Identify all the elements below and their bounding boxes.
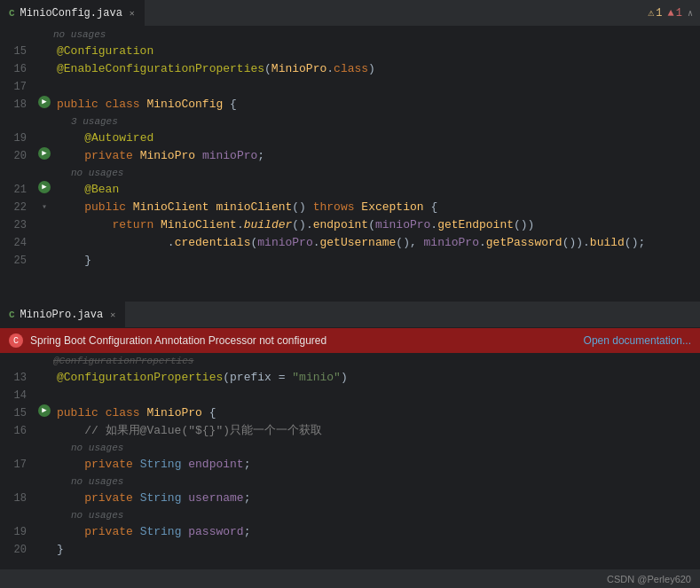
tab-miniopro[interactable]: C MinioPro.java ✕ xyxy=(0,302,125,328)
annotation-3-usages: 3 usages xyxy=(0,114,700,129)
annotation-no-usages-5: no usages xyxy=(0,507,700,523)
code-line-25: 25 } xyxy=(0,252,700,270)
gutter-icon-20[interactable]: ▶ xyxy=(38,147,51,160)
line-content-16: @EnableConfigurationProperties(MinioPro.… xyxy=(53,60,700,78)
tab-minioconfig[interactable]: C MinioConfig.java ✕ xyxy=(0,0,145,27)
line-num-16: 16 xyxy=(0,60,35,78)
line-content-20: private MinioPro minioPro; xyxy=(53,147,700,165)
notification-banner: C Spring Boot Configuration Annotation P… xyxy=(0,328,700,353)
line-num-15: 15 xyxy=(0,43,35,60)
code-line-f2-18: 18 private String username; xyxy=(0,490,700,507)
code-line-18: 18 ▶ public class MinioConfig { xyxy=(0,96,700,114)
line-content-24: .credentials(minioPro.getUsername(), min… xyxy=(53,234,700,252)
status-bar: CSDN @Perley620 xyxy=(0,568,700,588)
line-content-f2-15: public class MinioPro { xyxy=(53,404,700,422)
code-line-24: 24 .credentials(minioPro.getUsername(), … xyxy=(0,234,700,252)
line-content-22: public MinioClient minioClient() throws … xyxy=(53,199,700,216)
code-line-15: 15 @Configuration xyxy=(0,43,700,60)
code-line-f2-17: 17 private String endpoint; xyxy=(0,456,700,474)
line-num-f2-14: 14 xyxy=(0,387,35,404)
line-content-25: } xyxy=(53,252,700,270)
code-line-16: 16 @EnableConfigurationProperties(MinioP… xyxy=(0,60,700,78)
line-content-23: return MinioClient.builder().endpoint(mi… xyxy=(53,216,700,234)
code-line-17: 17 xyxy=(0,78,700,96)
gutter-icon-21[interactable]: ▶ xyxy=(38,181,51,193)
tab-label-2: MinioPro.java xyxy=(20,309,104,321)
line-num-22: 22 xyxy=(0,199,35,216)
gutter-18: ▶ xyxy=(35,96,53,108)
notification-action[interactable]: Open documentation... xyxy=(584,334,691,347)
warning-indicator: ⚠ 1 xyxy=(648,6,662,20)
annotation-config-props: @ConfigurationProperties xyxy=(0,353,700,369)
gutter-20: ▶ xyxy=(35,147,53,160)
code-line-f2-19: 19 private String password; xyxy=(0,523,700,541)
line-num-19: 19 xyxy=(0,129,35,147)
line-content-15: @Configuration xyxy=(53,43,700,60)
code-line-22: 22 ▾ public MinioClient minioClient() th… xyxy=(0,199,700,216)
status-text: CSDN @Perley620 xyxy=(607,574,691,584)
top-indicators: ⚠ 1 ▲ 1 ∧ xyxy=(648,6,700,20)
notification-text: Spring Boot Configuration Annotation Pro… xyxy=(30,334,584,347)
line-content-f2-16: // 如果用@Value("${}")只能一个一个获取 xyxy=(53,422,700,440)
line-num-f2-17: 17 xyxy=(0,456,35,474)
line-num-f2-20: 20 xyxy=(0,541,35,559)
code-line-f2-16: 16 // 如果用@Value("${}")只能一个一个获取 xyxy=(0,422,700,440)
tab-bar-2: C MinioPro.java ✕ xyxy=(0,302,700,328)
code-line-f2-20: 20 } xyxy=(0,541,700,559)
collapse-button[interactable]: ∧ xyxy=(688,8,693,19)
line-num-20: 20 xyxy=(0,147,35,165)
tab-close-2[interactable]: ✕ xyxy=(110,310,115,320)
code-line-f2-15: 15 ▶ public class MinioPro { xyxy=(0,404,700,422)
line-content-f2-17: private String endpoint; xyxy=(53,456,700,474)
code-line-23: 23 return MinioClient.builder().endpoint… xyxy=(0,216,700,234)
error-count: 1 xyxy=(676,7,682,20)
line-num-f2-19: 19 xyxy=(0,523,35,541)
line-content-f2-18: private String username; xyxy=(53,490,700,507)
fold-arrow-22[interactable]: ▾ xyxy=(42,199,47,216)
line-num-21: 21 xyxy=(0,181,35,199)
editor-container: C MinioConfig.java ✕ ⚠ 1 ▲ 1 ∧ no usages… xyxy=(0,0,700,588)
code-line-21: 21 ▶ @Bean xyxy=(0,181,700,199)
code-line-f2-14: 14 xyxy=(0,387,700,404)
gutter-f2-15: ▶ xyxy=(35,404,53,417)
line-num-f2-16: 16 xyxy=(0,422,35,440)
warning-count: 1 xyxy=(656,7,662,20)
error-icon: ▲ xyxy=(668,7,674,20)
line-content-f2-13: @ConfigurationProperties(prefix = "minio… xyxy=(53,369,700,387)
tab-label-1: MinioConfig.java xyxy=(20,7,122,20)
gutter-21: ▶ xyxy=(35,181,53,193)
code-line-20: 20 ▶ private MinioPro minioPro; xyxy=(0,147,700,165)
line-num-23: 23 xyxy=(0,216,35,234)
line-content-21: @Bean xyxy=(53,181,700,199)
line-content-f2-20: } xyxy=(53,541,700,559)
tab-bar-1: C MinioConfig.java ✕ ⚠ 1 ▲ 1 ∧ xyxy=(0,0,700,27)
line-num-f2-18: 18 xyxy=(0,490,35,507)
line-num-17: 17 xyxy=(0,78,35,96)
line-num-f2-15: 15 xyxy=(0,404,35,422)
error-indicator: ▲ 1 xyxy=(668,7,682,20)
line-content-f2-19: private String password; xyxy=(53,523,700,541)
notification-icon: C xyxy=(9,333,23,348)
line-content-18: public class MinioConfig { xyxy=(53,96,700,114)
tab-icon-1: C xyxy=(9,8,15,19)
annotation-no-usages-2: no usages xyxy=(0,165,700,181)
warning-icon: ⚠ xyxy=(648,6,654,20)
code-line-f2-13: 13 @ConfigurationProperties(prefix = "mi… xyxy=(0,369,700,387)
line-num-24: 24 xyxy=(0,234,35,252)
editor-pane-2: @ConfigurationProperties 13 @Configurati… xyxy=(0,353,700,568)
annotation-span: @Configuration xyxy=(57,44,153,58)
tab-close-1[interactable]: ✕ xyxy=(130,8,135,19)
gutter-icon-18[interactable]: ▶ xyxy=(38,96,51,108)
gutter-icon-f2-15[interactable]: ▶ xyxy=(38,404,51,417)
line-content-19: @Autowired xyxy=(53,129,700,147)
editor-pane-1: no usages 15 @Configuration 16 @EnableCo… xyxy=(0,27,700,302)
tab-icon-2: C xyxy=(9,310,15,320)
line-num-18: 18 xyxy=(0,96,35,114)
code-line-19: 19 @Autowired xyxy=(0,129,700,147)
annotation-no-usages-1: no usages xyxy=(0,27,700,43)
annotation-no-usages-4: no usages xyxy=(0,474,700,490)
annotation-no-usages-3: no usages xyxy=(0,440,700,456)
gutter-22: ▾ xyxy=(35,199,53,216)
line-num-25: 25 xyxy=(0,252,35,270)
line-num-f2-13: 13 xyxy=(0,369,35,387)
